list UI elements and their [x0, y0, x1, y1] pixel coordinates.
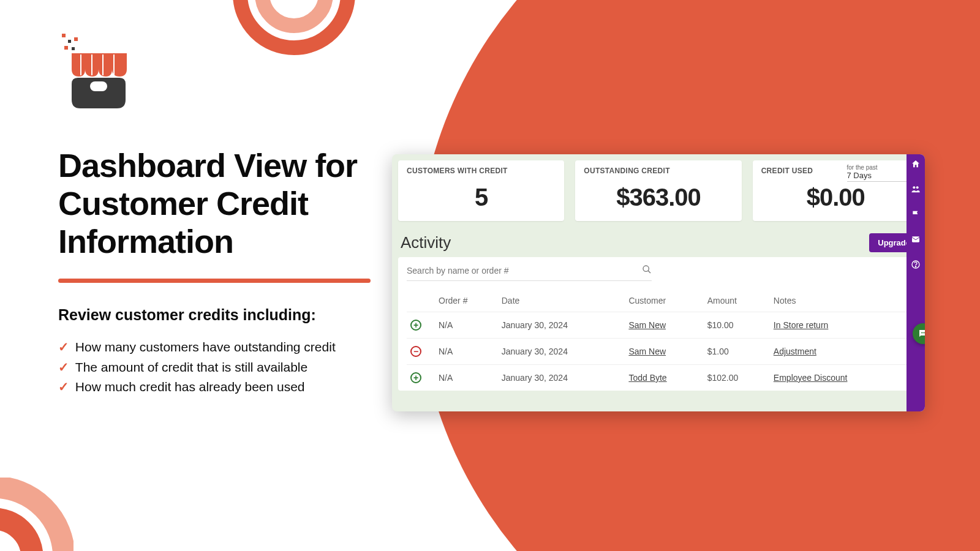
- card-value: 5: [407, 184, 556, 211]
- decorative-ring-bottom-icon: [0, 478, 74, 551]
- svg-rect-5: [68, 40, 71, 43]
- search-input[interactable]: [407, 266, 642, 276]
- col-notes: Notes: [770, 290, 910, 312]
- svg-rect-9: [80, 54, 81, 75]
- flag-icon[interactable]: [911, 209, 921, 221]
- cell-amount: $1.00: [704, 339, 770, 365]
- customer-link[interactable]: Sam New: [628, 320, 666, 330]
- customer-link[interactable]: Sam New: [628, 347, 666, 356]
- svg-point-20: [915, 266, 916, 267]
- svg-point-14: [643, 266, 649, 271]
- help-icon[interactable]: [911, 260, 921, 271]
- bullet-item: The amount of credit that is still avail…: [58, 358, 377, 378]
- card-label: OUTSTANDING CREDIT: [584, 167, 733, 175]
- svg-point-3: [0, 519, 32, 551]
- headline-divider: [58, 279, 371, 283]
- notes-link[interactable]: Employee Discount: [774, 373, 848, 383]
- notes-link[interactable]: In Store return: [774, 320, 829, 330]
- col-date: Date: [498, 290, 625, 312]
- home-icon[interactable]: [911, 159, 921, 171]
- cell-amount: $102.00: [704, 365, 770, 391]
- svg-rect-7: [64, 46, 68, 50]
- card-outstanding-credit: OUTSTANDING CREDIT $363.00: [575, 160, 741, 221]
- svg-rect-6: [74, 37, 78, 41]
- feature-bullets: How many customers have outstanding cred…: [58, 337, 377, 397]
- period-selector[interactable]: for the past 7 Days: [847, 164, 911, 182]
- cell-order: N/A: [435, 312, 498, 339]
- svg-point-22: [922, 332, 924, 334]
- card-value: $363.00: [584, 184, 733, 211]
- dashboard-panel: CUSTOMERS WITH CREDIT 5 OUTSTANDING CRED…: [392, 154, 925, 411]
- cell-date: January 30, 2024: [498, 312, 625, 339]
- activity-title: Activity: [401, 233, 451, 252]
- bullet-item: How much credit has already been used: [58, 377, 377, 397]
- svg-point-1: [262, 0, 326, 26]
- col-amount: Amount: [704, 290, 770, 312]
- svg-rect-12: [113, 54, 115, 75]
- activity-table-wrap: Order # Date Customer Amount Notes + N/A…: [398, 257, 919, 391]
- period-prefix: for the past: [847, 164, 911, 171]
- svg-line-15: [648, 271, 650, 273]
- svg-point-21: [921, 332, 922, 334]
- card-label: CUSTOMERS WITH CREDIT: [407, 167, 556, 175]
- svg-point-16: [913, 186, 915, 189]
- col-customer: Customer: [625, 290, 703, 312]
- svg-rect-4: [62, 34, 66, 37]
- bullet-item: How many customers have outstanding cred…: [58, 337, 377, 358]
- svg-rect-13: [90, 81, 107, 91]
- card-value: $0.00: [761, 184, 910, 211]
- cell-amount: $10.00: [704, 312, 770, 339]
- svg-point-17: [916, 186, 919, 189]
- notes-link[interactable]: Adjustment: [774, 347, 816, 356]
- cell-date: January 30, 2024: [498, 365, 625, 391]
- customer-link[interactable]: Todd Byte: [628, 373, 666, 383]
- page-headline: Dashboard View for Customer Credit Infor…: [58, 146, 377, 260]
- people-icon[interactable]: [911, 184, 921, 196]
- svg-rect-11: [102, 54, 104, 75]
- app-logo-icon: [58, 34, 377, 116]
- plus-icon: +: [410, 320, 421, 331]
- page-subhead: Review customer credits including:: [58, 306, 377, 324]
- plus-icon: +: [410, 372, 421, 383]
- svg-rect-10: [91, 54, 92, 75]
- cell-date: January 30, 2024: [498, 339, 625, 365]
- cell-order: N/A: [435, 365, 498, 391]
- search-icon[interactable]: [642, 264, 652, 277]
- col-order: Order #: [435, 290, 498, 312]
- svg-rect-8: [72, 47, 75, 50]
- mail-icon[interactable]: [911, 234, 921, 246]
- card-credit-used: CREDIT USED for the past 7 Days $0.00: [753, 160, 919, 221]
- cell-order: N/A: [435, 339, 498, 365]
- right-nav-rail: [907, 154, 925, 411]
- table-row: + N/A January 30, 2024 Todd Byte $102.00…: [407, 365, 910, 391]
- card-customers-with-credit: CUSTOMERS WITH CREDIT 5: [398, 160, 564, 221]
- table-row: − N/A January 30, 2024 Sam New $1.00 Adj…: [407, 339, 910, 365]
- svg-rect-18: [912, 236, 919, 242]
- minus-icon: −: [410, 346, 421, 357]
- period-value: 7 Days: [847, 171, 872, 180]
- activity-table: Order # Date Customer Amount Notes + N/A…: [407, 290, 910, 391]
- table-row: + N/A January 30, 2024 Sam New $10.00 In…: [407, 312, 910, 339]
